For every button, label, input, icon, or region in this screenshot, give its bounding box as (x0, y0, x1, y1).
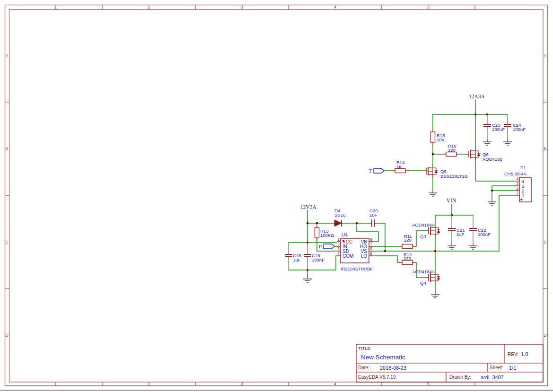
port-pentagon (324, 244, 334, 249)
resistor-body (395, 169, 405, 173)
diode-value: SS16 (334, 212, 345, 218)
junction-dot (434, 250, 437, 253)
ic-part-number: IR2104STRPBF (341, 266, 373, 271)
component-R12[interactable]: R12220 (399, 252, 415, 265)
frame-column-label: 1 (54, 382, 57, 386)
net-label-VIN[interactable]: VIN (447, 198, 456, 203)
wire[interactable] (374, 223, 385, 251)
ic-pin-number: 3 (337, 246, 340, 251)
capacitor-value: 100nF (312, 257, 325, 262)
component-R15[interactable]: R1510K (431, 129, 445, 146)
ground-symbol[interactable] (503, 139, 512, 145)
capacitor-value: 1uF (369, 212, 377, 218)
port-label-text: P (319, 244, 322, 249)
frame-row-label: C (544, 240, 547, 244)
frame-column-label: 3 (241, 5, 243, 9)
component-D4[interactable]: D4SS16 (334, 208, 345, 226)
capacitor-value: 100nF (478, 232, 491, 237)
connector-pin-number: 3 (516, 181, 518, 186)
pin1-dot (521, 199, 523, 200)
net-label-text: 12A3A (469, 94, 485, 99)
ic-pin-number: 8 (370, 237, 372, 242)
component-C23[interactable]: C23100nF (483, 114, 505, 139)
frame-column-label: 4 (334, 5, 336, 9)
net-label-12V3A[interactable]: 12V3A (300, 204, 317, 210)
software-version: EasyEDA V5.7.19 (358, 375, 396, 380)
junction-dot (307, 222, 309, 225)
rev-label: REV: (508, 352, 518, 357)
net-label-12A3A[interactable]: 12A3A (469, 94, 485, 99)
schematic-title[interactable]: New Schematic (361, 354, 405, 361)
component-C21[interactable]: C211uF (448, 215, 465, 243)
resistor-body (315, 227, 319, 238)
frame-column-label: 4 (334, 382, 336, 386)
date-value[interactable]: 2018-08-23 (380, 365, 406, 371)
component-Q5[interactable]: Q5BSS138LT1G (426, 165, 468, 179)
component-R13[interactable]: R13100KΩ (315, 224, 334, 241)
transistor-ref: Q4 (420, 280, 426, 286)
component-R16[interactable]: R16220 (443, 143, 460, 157)
ground-symbol[interactable] (429, 190, 437, 196)
component-U4[interactable]: 18VCCVB27INHO36SDVS45COMLOU4IR2104STRPBF (337, 232, 373, 271)
drawn-by-label: Drawn By: (449, 375, 471, 380)
connector-body (519, 177, 531, 202)
ground-symbol[interactable] (488, 199, 496, 205)
rev-value[interactable]: 1.0 (521, 351, 528, 357)
ic-pin-number: 1 (337, 237, 340, 242)
transistor-ref: Q3 (420, 234, 426, 239)
mosfet-body-diode (437, 277, 440, 279)
port-pentagon (374, 168, 384, 173)
component-Q6[interactable]: Q6AOD4185 (469, 150, 502, 162)
ic-pin-number: 5 (370, 251, 372, 256)
diode-triangle (334, 220, 342, 226)
capacitor-value: 100nF (513, 127, 526, 132)
frame-row-label: D (544, 333, 547, 338)
net-label-text: VIN (447, 198, 456, 203)
capacitor-value: 100nF (492, 127, 505, 132)
ground-symbol[interactable] (448, 243, 456, 249)
frame-column-label: 1 (54, 5, 57, 9)
ground-symbol[interactable] (431, 292, 439, 298)
ground-symbol[interactable] (303, 276, 312, 282)
frame-column-label: 2 (148, 382, 150, 386)
schematic-canvas: 1122334455AABBCCDDTITLE:New SchematicREV… (0, 0, 553, 392)
mosfet-body-diode (435, 170, 438, 173)
transistor-value: BSS138LT1G (440, 174, 468, 179)
port-flag-P[interactable]: P (319, 244, 334, 249)
net-label-text: 12V3A (300, 204, 317, 210)
drawn-by-value[interactable]: ardi_3487 (481, 375, 504, 380)
frame-row-label: D (5, 333, 9, 338)
component-C24[interactable]: C24100nF (504, 114, 526, 139)
component-R11[interactable]: R11220 (399, 234, 416, 249)
resistor-body (402, 244, 413, 249)
component-R14[interactable]: R141K (392, 160, 409, 173)
transistor-value: AOD4184A (412, 222, 435, 227)
ground-symbol[interactable] (469, 243, 477, 249)
connector-pin-number: 2 (516, 186, 518, 191)
component-C22[interactable]: C22100nF (469, 215, 491, 243)
component-P1[interactable]: 44332211P1CH5.08-4A (504, 165, 531, 202)
sheet-value[interactable]: 1/1 (509, 365, 516, 371)
ground-symbol[interactable] (483, 139, 492, 145)
component-C18[interactable]: C181uF (285, 243, 301, 270)
component-C20[interactable]: C201uF (369, 208, 377, 227)
junction-dot (432, 153, 434, 156)
wire[interactable] (492, 186, 516, 191)
frame-row-label: A (544, 53, 546, 58)
transistor-value: AOD4184A (412, 269, 435, 274)
ic-pin-number: 6 (370, 246, 372, 251)
junction-dot (474, 113, 477, 116)
port-flag-T[interactable]: T (369, 168, 384, 174)
resistor-value: 220 (404, 237, 412, 243)
frame-row-label: B (544, 147, 546, 151)
resistor-value: 220 (448, 148, 456, 153)
frame-inner-border (9, 10, 544, 383)
resistor-body (431, 132, 435, 142)
capacitor-value: 1uF (456, 232, 465, 237)
wire[interactable] (373, 256, 399, 262)
mosfet-body-diode (437, 230, 440, 233)
resistor-value: 10K (437, 137, 445, 142)
canvas-bottom-edge (0, 390, 553, 391)
date-label: Date: (358, 365, 369, 370)
junction-dot (491, 190, 493, 192)
